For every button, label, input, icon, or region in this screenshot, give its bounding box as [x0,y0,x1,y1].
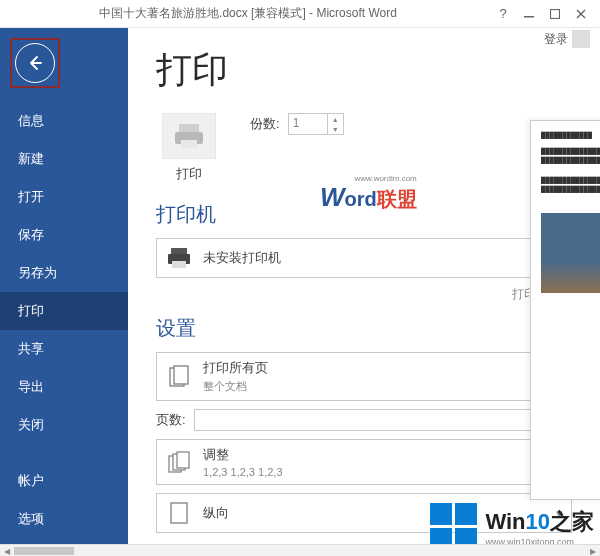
help-button[interactable]: ? [490,4,516,24]
svg-rect-7 [171,248,187,254]
printer-icon [165,245,193,271]
scroll-right-icon[interactable]: ▶ [586,545,600,556]
window-title: 中国十大著名旅游胜地.docx [兼容模式] - Microsoft Word [6,5,490,22]
page-title: 打印 [156,46,572,95]
maximize-button[interactable] [542,4,568,24]
svg-rect-4 [179,124,199,132]
content-pane: 打印 打印 份数: 1 ▲▼ 打印机 i [128,28,600,556]
sidebar-item-open[interactable]: 打开 [0,178,128,216]
portrait-icon [165,500,193,526]
scrollbar-thumb[interactable] [14,547,74,555]
sidebar-item-print[interactable]: 打印 [0,292,128,330]
horizontal-scrollbar[interactable]: ◀ ▶ [0,544,600,556]
sidebar-item-saveas[interactable]: 另存为 [0,254,128,292]
svg-rect-0 [524,16,534,18]
sidebar-item-account[interactable]: 帐户 [0,462,128,500]
svg-rect-6 [181,140,197,148]
scroll-left-icon[interactable]: ◀ [0,545,14,556]
svg-rect-9 [172,261,186,268]
copies-value: 1 [289,114,327,134]
sidebar-item-new[interactable]: 新建 [0,140,128,178]
close-button[interactable] [568,4,594,24]
collate-dropdown[interactable]: 调整 1,2,3 1,2,3 1,2,3 ▾ [156,439,572,485]
watermark-win10: Win10之家 www.win10xitong.com [430,503,594,550]
back-highlight [10,38,60,88]
titlebar: 中国十大著名旅游胜地.docx [兼容模式] - Microsoft Word … [0,0,600,28]
pages-icon [165,364,193,390]
back-button[interactable] [15,43,55,83]
settings-heading: 设置 [156,315,572,342]
printer-dropdown[interactable]: 未安装打印机 ▾ [156,238,572,278]
print-button-label: 打印 [176,165,202,183]
printer-properties-link[interactable]: 打印机属性 [156,286,572,303]
watermark-wordlm: www.wordlm.com Word联盟 [320,182,417,213]
svg-rect-11 [174,366,188,384]
pages-input[interactable] [194,409,549,431]
printer-icon [162,113,216,159]
print-range-dropdown[interactable]: 打印所有页 整个文档 ▾ [156,352,572,401]
print-preview: ████████████ ███████████████████████ ███… [530,120,600,500]
collate-icon [165,449,193,475]
svg-rect-14 [177,452,189,468]
sidebar-item-export[interactable]: 导出 [0,368,128,406]
print-button[interactable]: 打印 [156,113,222,183]
minimize-button[interactable] [516,4,542,24]
windows-logo-icon [430,503,477,550]
copies-label: 份数: [250,115,280,133]
chevron-up-icon[interactable]: ▲ [328,114,343,124]
sidebar-item-info[interactable]: 信息 [0,102,128,140]
preview-image [541,213,600,293]
svg-rect-15 [171,503,187,523]
sidebar-item-close[interactable]: 关闭 [0,406,128,444]
copies-spinner[interactable]: 1 ▲▼ [288,113,344,135]
pages-label: 页数: [156,411,186,429]
sidebar-item-options[interactable]: 选项 [0,500,128,538]
svg-rect-1 [551,9,560,18]
sidebar-item-share[interactable]: 共享 [0,330,128,368]
sidebar-item-save[interactable]: 保存 [0,216,128,254]
chevron-down-icon[interactable]: ▼ [328,124,343,134]
sidebar: 信息 新建 打开 保存 另存为 打印 共享 导出 关闭 帐户 选项 [0,28,128,556]
